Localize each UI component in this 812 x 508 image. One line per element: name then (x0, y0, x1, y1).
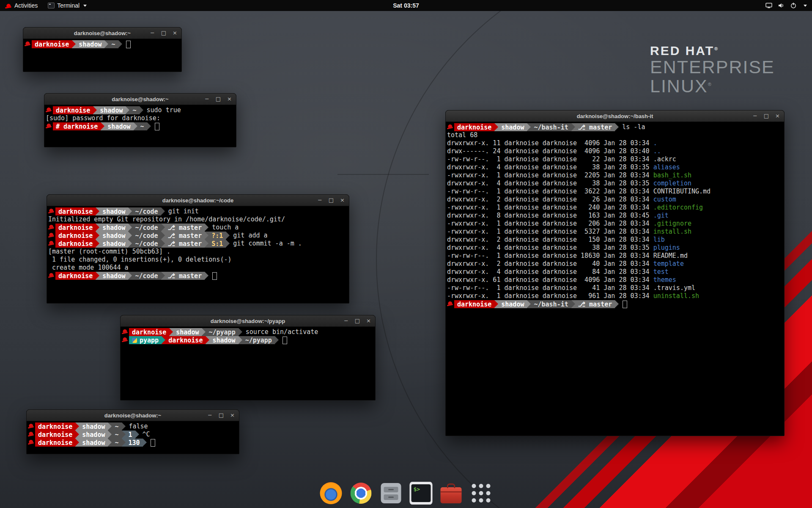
close-button[interactable]: × (340, 195, 345, 206)
terminal-screen[interactable]: darknoiseshadow~/codegit initInitialized… (47, 206, 349, 281)
terminal-cursor (283, 337, 287, 344)
output-line: -rwxrwxr-x. 1 darknoise darknoise 240 Ja… (447, 204, 783, 212)
maximize-button[interactable]: □ (219, 410, 224, 421)
window-titlebar[interactable]: darknoise@shadow:~/code−□× (47, 195, 349, 206)
minimize-button[interactable]: − (344, 315, 348, 326)
terminal-screen[interactable]: darknoiseshadow~falsedarknoiseshadow~1^C… (27, 421, 239, 448)
output-text: Initialized empty Git repository in /hom… (48, 215, 285, 224)
prompt-segment-host: shadow (99, 207, 128, 215)
prompt-segment-user: darknoise (454, 300, 494, 308)
prompt-segment-git: ⎇ master (165, 224, 205, 232)
segment-text: ~/bash-it (534, 301, 568, 308)
output-text: total 68 (447, 131, 477, 139)
clock[interactable]: Sat 03:57 (0, 2, 812, 9)
minimize-button[interactable]: − (753, 110, 757, 121)
redhat-prompt-icon (122, 328, 129, 336)
output-line: drwxrwxr-x. 4 darknoise darknoise 38 Jan… (447, 244, 783, 252)
window-title: darknoise@shadow:~/pyapp (121, 318, 375, 324)
segment-text: shadow (102, 208, 125, 215)
dock-item-app-grid[interactable] (469, 481, 494, 505)
close-button[interactable]: × (173, 28, 177, 39)
prompt-segment-host: shadow (209, 336, 238, 344)
minimize-button[interactable]: − (318, 195, 322, 206)
maximize-button[interactable]: □ (216, 94, 221, 105)
dock-item-toolbox[interactable] (439, 481, 464, 505)
window-titlebar[interactable]: darknoise@shadow:~−□× (27, 410, 239, 421)
powerline-separator-icon (104, 40, 108, 48)
segment-text: darknoise (38, 439, 72, 447)
output-text: .ackrc (653, 155, 676, 163)
maximize-button[interactable]: □ (161, 28, 166, 39)
close-button[interactable]: × (366, 315, 371, 326)
close-button[interactable]: × (230, 410, 235, 421)
output-text: drwxrwxr-x. 11 darknoise darknoise 4096 … (447, 139, 653, 147)
window-titlebar[interactable]: darknoise@shadow:~−□× (23, 28, 181, 39)
segment-text: shadow (501, 124, 524, 131)
registered-mark: ® (708, 81, 712, 86)
minimize-button[interactable]: − (205, 94, 209, 105)
powerline-separator-icon (140, 106, 143, 114)
terminal-screen[interactable]: darknoiseshadow~sudo true[sudo] password… (44, 105, 236, 132)
powerline-separator-icon (161, 240, 165, 248)
minimize-button[interactable]: − (208, 410, 212, 421)
brand-line2: ENTERPRISE (650, 58, 775, 77)
segment-text: shadow (79, 41, 102, 48)
chrome-icon (351, 483, 372, 504)
terminal-screen[interactable]: darknoiseshadow~/pyappsource bin/activat… (121, 327, 375, 345)
terminal-screen[interactable]: darknoiseshadow~ (23, 39, 181, 50)
close-button[interactable]: × (775, 110, 780, 121)
wallpaper-line (337, 174, 429, 175)
dock-item-terminal[interactable]: $> (409, 481, 433, 505)
dock-item-files[interactable] (379, 481, 403, 505)
window-controls: −□× (753, 110, 784, 121)
powerline-separator-icon (108, 439, 112, 447)
segment-text: shadow (82, 431, 105, 439)
prompt-line: darknoiseshadow~/codegit init (48, 207, 348, 215)
grid-dot (479, 491, 483, 495)
output-text-dir: lib (653, 236, 665, 244)
prompt-segment-host: shadow (99, 272, 128, 280)
dock-item-chrome[interactable] (349, 481, 373, 505)
powerline-separator-icon (161, 232, 165, 240)
output-line: [sudo] password for darknoise: (46, 114, 235, 122)
output-text: .travis.yml (653, 284, 695, 292)
close-button[interactable]: × (227, 94, 232, 105)
output-line: drwxrwxr-x. 2 darknoise darknoise 26 Jan… (447, 196, 783, 204)
redhat-prompt-icon (28, 422, 35, 431)
maximize-button[interactable]: □ (355, 315, 360, 326)
output-text: create mode 100644 a (48, 264, 129, 272)
output-line: -rwxrwxr-x. 1 darknoise darknoise 206 Ja… (447, 220, 783, 228)
prompt-line: darknoiseshadow~ (25, 40, 180, 48)
output-text: drwx------. 24 darknoise darknoise 4096 … (447, 147, 653, 155)
output-text: drwxrwxr-x. 4 darknoise darknoise 84 Jan… (447, 268, 653, 276)
prompt-segment-path: ~ (112, 439, 121, 447)
window-titlebar[interactable]: darknoise@shadow:~/bash-it−□× (446, 110, 784, 122)
output-text: -rw-rw-r--. 1 darknoise darknoise 22 Jan… (447, 155, 653, 163)
dock-item-firefox[interactable] (319, 481, 343, 505)
terminal-window: darknoise@shadow:~−□×darknoiseshadow~sud… (44, 93, 236, 147)
prompt-line: darknoiseshadow~/pyappsource bin/activat… (122, 328, 374, 336)
segment-text: darknoise (457, 301, 491, 308)
window-titlebar[interactable]: darknoise@shadow:~/pyapp−□× (121, 315, 375, 327)
redhat-prompt-icon (48, 224, 55, 232)
window-controls: −□× (318, 195, 349, 206)
maximize-button[interactable]: □ (764, 110, 769, 121)
segment-text: ⎇ master (168, 232, 202, 240)
prompt-segment-git: ⎇ master (165, 232, 205, 240)
prompt-line: darknoiseshadow~/bash-it⎇ masterls -la (447, 123, 783, 131)
maximize-button[interactable]: □ (329, 195, 334, 206)
system-status-area[interactable] (765, 0, 812, 11)
window-titlebar[interactable]: darknoise@shadow:~−□× (44, 94, 236, 105)
output-text-dir: custom (653, 196, 676, 204)
redhat-prompt-icon (447, 123, 454, 131)
prompt-segment-user: darknoise (55, 224, 96, 232)
prompt-segment-host: shadow (99, 224, 128, 232)
minimize-button[interactable]: − (150, 28, 155, 39)
segment-text: shadow (102, 272, 125, 280)
prompt-segment-path: ~/code (132, 224, 161, 232)
segment-text: shadow (100, 107, 123, 114)
powerline-separator-icon (96, 224, 99, 232)
output-text-exec: install.sh (653, 228, 691, 236)
prompt-line: darknoiseshadow~/bash-it⎇ master (447, 300, 783, 308)
terminal-screen[interactable]: darknoiseshadow~/bash-it⎇ masterls -lato… (446, 122, 784, 309)
